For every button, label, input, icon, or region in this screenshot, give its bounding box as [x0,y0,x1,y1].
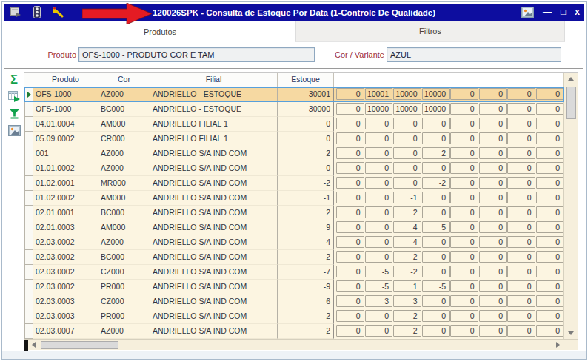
cell-value[interactable]: 0 [536,266,564,277]
scroll-left-icon[interactable] [28,340,39,350]
cell-filial[interactable]: ANDRIELLO S/A IND COM [150,294,278,309]
cell-value[interactable]: 0 [450,192,478,203]
cell-value[interactable]: 0 [536,325,564,337]
cell-value[interactable]: 0 [336,88,364,100]
cell-value[interactable]: 0 [479,118,507,129]
cell-value[interactable]: 0 [536,162,564,174]
cell-value[interactable]: 10000 [365,103,393,115]
cell-filial[interactable]: ANDRIELLO FILIAL 1 [150,117,278,132]
table-row[interactable]: OFS-1000AZ000ANDRIELLO - ESTOQUE30001010… [24,87,564,102]
cell-value[interactable]: 0 [479,236,507,248]
cell-value[interactable]: 0 [365,236,393,248]
cell-filial[interactable]: ANDRIELLO S/A IND COM [150,265,278,280]
cell-estoque[interactable]: 2 [278,146,334,161]
cell-produto[interactable]: 02.03.0002 [33,280,98,294]
scroll-right-icon[interactable] [552,340,564,350]
cell-produto[interactable]: 05.09.0002 [33,132,98,146]
cell-value[interactable]: 0 [536,280,564,292]
cell-produto[interactable]: OFS-1000 [33,87,98,102]
cell-value[interactable]: -2 [393,310,421,322]
cell-cor[interactable]: AM000 [98,220,150,235]
cell-filial[interactable]: ANDRIELLO FILIAL 1 [150,132,278,146]
horizontal-scroll-thumb[interactable] [41,341,118,349]
table-row[interactable]: 02.03.0002BC000ANDRIELLO S/A IND COM2002… [24,250,564,265]
cell-value[interactable]: 0 [336,251,364,263]
cell-value[interactable]: 0 [450,280,478,292]
cell-value[interactable]: 0 [479,221,507,233]
cell-value[interactable]: 0 [479,280,507,292]
cell-value[interactable]: 0 [450,103,478,115]
cell-estoque[interactable]: 2 [278,324,334,339]
cell-value[interactable]: 0 [507,325,535,337]
cell-estoque[interactable]: 30000 [278,102,334,117]
cell-value[interactable]: 0 [536,88,564,100]
cell-filial[interactable]: ANDRIELLO S/A IND COM [150,220,278,235]
cell-estoque[interactable]: -2 [278,176,334,191]
cor-variante-input[interactable]: AZUL [387,47,561,62]
cell-value[interactable]: 0 [479,192,507,203]
cell-estoque[interactable]: 0 [278,117,334,132]
cell-value[interactable]: -5 [365,266,393,277]
cell-filial[interactable]: ANDRIELLO S/A IND COM [150,280,278,294]
cell-produto[interactable]: 02.01.0003 [33,220,98,235]
cell-value[interactable]: 2 [393,251,421,263]
image-icon[interactable] [7,124,21,138]
cell-value[interactable]: -2 [393,266,421,277]
cell-value[interactable]: 0 [479,266,507,277]
cell-value[interactable]: -2 [422,177,450,189]
cell-produto[interactable]: 02.03.0003 [33,309,98,324]
cell-value[interactable]: 0 [336,206,364,218]
cell-value[interactable]: 0 [450,251,478,263]
cell-value[interactable]: 5 [422,221,450,233]
cell-value[interactable]: 1 [393,280,421,292]
cell-value[interactable]: 0 [422,206,450,218]
cell-value[interactable]: 0 [393,147,421,159]
cell-estoque[interactable]: -9 [278,280,334,294]
cell-produto[interactable]: 02.03.0003 [33,294,98,309]
cell-value[interactable]: 0 [393,162,421,174]
cell-value[interactable]: 0 [507,280,535,292]
cell-cor[interactable]: CZ000 [98,265,150,280]
cell-value[interactable]: 0 [507,251,535,263]
cell-value[interactable]: 2 [393,206,421,218]
cell-value[interactable]: 0 [393,177,421,189]
cell-value[interactable]: 0 [450,236,478,248]
cell-value[interactable]: 10000 [393,88,421,100]
table-row[interactable]: 02.03.0007AZ000ANDRIELLO S/A IND COM2002… [24,324,564,339]
cell-value[interactable]: 0 [450,88,478,100]
table-row[interactable]: 01.01.0002AZ000ANDRIELLO S/A IND COM0000… [24,161,564,176]
cell-value[interactable]: 0 [422,310,450,322]
produto-input[interactable]: OFS-1000 - PRODUTO COR E TAM [78,47,315,62]
cell-cor[interactable]: AM000 [98,191,150,206]
cell-value[interactable]: 0 [507,88,535,100]
traffic-light-icon[interactable] [30,6,44,18]
table-row[interactable]: 001AZ000ANDRIELLO S/A IND COM200020000 [24,146,564,161]
table-row[interactable]: 02.03.0003PR000ANDRIELLO S/A IND COM-200… [24,309,564,324]
cell-cor[interactable]: AZ000 [98,161,150,176]
minimize-button[interactable]: — [543,4,552,21]
cell-produto[interactable]: 001 [33,146,98,161]
cell-value[interactable]: 10000 [393,103,421,115]
cell-value[interactable]: 0 [365,192,393,203]
cell-value[interactable]: 0 [536,236,564,248]
cell-value[interactable]: 0 [479,103,507,115]
sum-icon[interactable]: Σ [7,73,21,87]
table-row[interactable]: 02.03.0002PR000ANDRIELLO S/A IND COM-90-… [24,280,564,294]
cell-value[interactable]: 0 [365,177,393,189]
cell-value[interactable]: 0 [365,221,393,233]
cell-produto[interactable]: OFS-1000 [33,102,98,117]
cell-estoque[interactable]: 2 [278,206,334,220]
cell-produto[interactable]: 04.01.0004 [33,117,98,132]
cell-value[interactable]: 0 [536,177,564,189]
cell-value[interactable]: 0 [507,118,535,129]
cell-filial[interactable]: ANDRIELLO - ESTOQUE [150,87,278,102]
cell-value[interactable]: 10000 [422,88,450,100]
cell-filial[interactable]: ANDRIELLO S/A IND COM [150,235,278,250]
cell-value[interactable]: 0 [536,147,564,159]
cell-filial[interactable]: ANDRIELLO S/A IND COM [150,309,278,324]
cell-value[interactable]: 0 [336,118,364,129]
column-header-filial[interactable]: Filial [150,73,278,87]
cell-value[interactable]: 0 [507,162,535,174]
column-header-cor[interactable]: Cor [98,73,150,87]
cell-value[interactable]: 3 [393,295,421,307]
